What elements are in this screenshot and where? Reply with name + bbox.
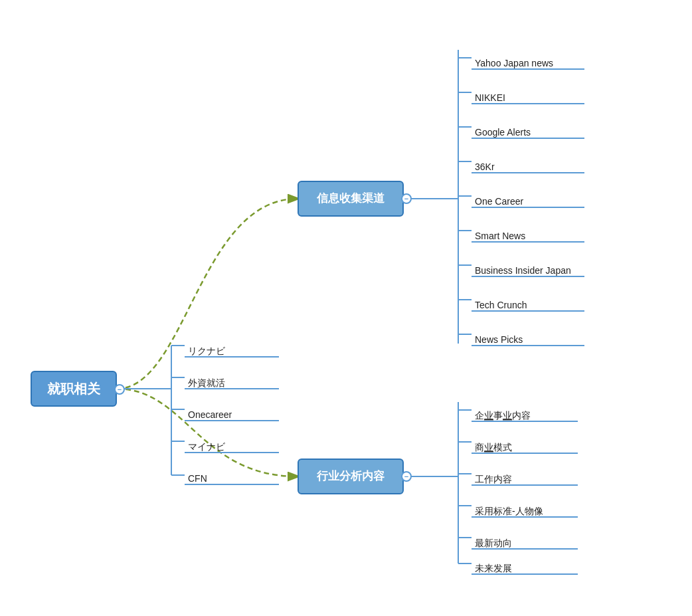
industry-leaf-6: 未来发展 [475,563,512,573]
info-leaf-36kr: 36Kr [475,161,495,172]
industry-analysis-node: 行业分析内容 [298,459,404,494]
info-leaf-techcrunch: Tech Crunch [475,300,527,310]
job-leaf-onecareer: Onecareer [188,409,232,420]
info-leaf-google: Google Alerts [475,127,531,138]
job-leaf-gaishi: 外資就活 [188,377,225,388]
info-leaf-biz-insider: Business Insider Japan [475,265,571,276]
root-label: 就职相关 [47,380,100,397]
job-leaf-rikunabi: リクナビ [188,346,226,356]
industry-leaf-1: 企业事业内容 [475,410,531,421]
industry-leaf-2: 商业模式 [475,442,512,453]
industry-analysis-label: 行业分析内容 [317,469,385,484]
info-leaf-smartnews: Smart News [475,231,525,241]
industry-leaf-4: 采用标准-人物像 [475,506,543,516]
root-circle[interactable]: − [114,384,125,395]
job-leaf-cfn: CFN [188,473,207,484]
info-leaf-onecareer: One Career [475,196,523,207]
industry-leaf-3: 工作内容 [475,474,512,484]
industry-analysis-circle[interactable]: − [401,471,412,482]
info-channel-circle[interactable]: − [401,193,412,204]
industry-leaf-5: 最新动向 [475,538,512,548]
info-channel-node: 信息收集渠道 [298,181,404,217]
info-leaf-yahoo: Yahoo Japan news [475,58,553,68]
info-leaf-newspicks: News Picks [475,334,523,345]
root-node: 就职相关 [31,371,117,407]
job-leaf-mynavi: マイナビ [188,441,226,452]
info-leaf-nikkei: NIKKEI [475,92,505,103]
info-channel-label: 信息收集渠道 [317,191,385,206]
